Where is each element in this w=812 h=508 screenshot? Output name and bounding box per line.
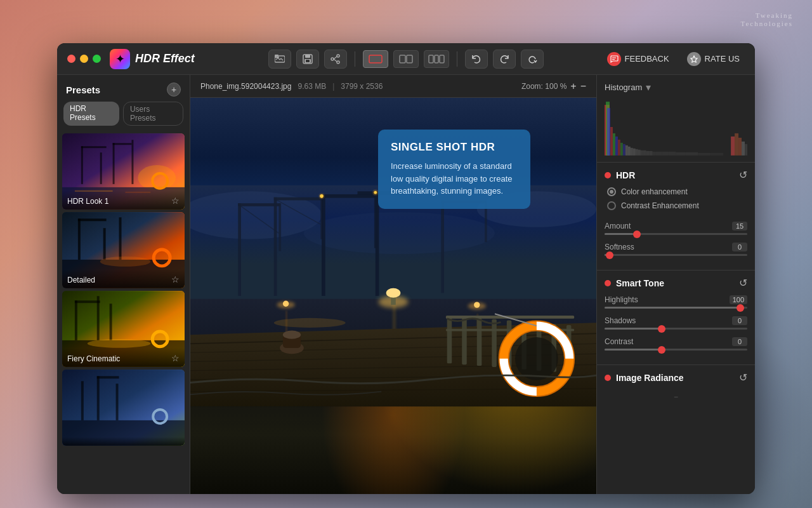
preset-tabs: HDR Presets Users Presets: [57, 102, 190, 131]
svg-rect-52: [97, 376, 119, 378]
svg-rect-26: [113, 143, 132, 145]
list-item[interactable]: [62, 370, 185, 446]
tab-hdr-presets[interactable]: HDR Presets: [63, 102, 119, 126]
shadows-thumb[interactable]: [658, 325, 665, 333]
svg-rect-124: [618, 140, 620, 156]
hdr-color-radio[interactable]: [607, 187, 616, 196]
list-item[interactable]: Detailed ☆: [62, 212, 185, 288]
view-mode-1[interactable]: [363, 50, 388, 68]
svg-rect-129: [631, 148, 633, 156]
svg-point-7: [337, 55, 339, 57]
image-radiance-name: Image Radiance: [616, 373, 734, 383]
svg-rect-12: [369, 55, 382, 63]
close-button[interactable]: [67, 55, 75, 63]
shadows-track[interactable]: [605, 328, 747, 330]
svg-rect-148: [742, 142, 745, 156]
zoom-out-button[interactable]: −: [580, 81, 586, 92]
svg-rect-37: [119, 217, 122, 260]
highlights-thumb[interactable]: [737, 304, 744, 312]
feedback-icon: [607, 52, 621, 66]
svg-rect-144: [710, 153, 723, 156]
view-mode-2[interactable]: [393, 50, 419, 68]
svg-rect-45: [110, 304, 112, 340]
svg-rect-6: [306, 60, 310, 62]
highlights-track[interactable]: [605, 307, 747, 309]
favorite-star-detailed[interactable]: ☆: [171, 274, 180, 284]
view-mode-3[interactable]: [424, 50, 449, 68]
svg-rect-34: [78, 218, 81, 260]
preset-name-hdr1: HDR Look 1: [67, 197, 108, 206]
svg-rect-142: [685, 152, 698, 156]
presets-title: Presets: [66, 84, 100, 95]
highlights-fill: [605, 307, 740, 309]
hdr-softness-slider-row: Softness 0: [605, 243, 747, 256]
svg-rect-128: [628, 147, 631, 156]
tab-user-presets[interactable]: Users Presets: [123, 102, 183, 126]
maximize-button[interactable]: [93, 55, 101, 63]
save-button[interactable]: [296, 50, 319, 69]
histogram-canvas: [605, 98, 747, 156]
preset-label-detailed: Detailed ☆: [62, 269, 185, 288]
svg-rect-53: [116, 384, 119, 420]
smart-tone-reset-button[interactable]: ↺: [739, 277, 747, 289]
preset-thumbnail-last: [62, 370, 185, 446]
svg-rect-149: [745, 144, 747, 156]
favorite-star-hdr1[interactable]: ☆: [171, 196, 180, 206]
histogram-title: Histogram: [605, 83, 642, 92]
favorite-star-fiery[interactable]: ☆: [171, 353, 180, 363]
rotate-button[interactable]: [521, 50, 544, 69]
histogram-svg: [605, 98, 747, 156]
hdr-softness-track[interactable]: [605, 254, 747, 256]
hdr-contrast-label: Contrast Enhancement: [621, 201, 699, 210]
shadows-slider-row: Shadows 0: [605, 316, 747, 330]
preset-label-fiery: Fiery Cinematic ☆: [62, 348, 185, 367]
share-button[interactable]: [324, 50, 347, 69]
feedback-button[interactable]: FEEDBACK: [602, 50, 674, 69]
hdr-amount-label: Amount: [605, 222, 631, 231]
traffic-lights: [67, 55, 101, 63]
redo-button[interactable]: [493, 50, 516, 69]
svg-rect-44: [97, 296, 100, 340]
contrast-thumb[interactable]: [658, 346, 665, 354]
image-radiance-reset-button[interactable]: ↺: [739, 371, 747, 384]
hdr-amount-thumb[interactable]: [633, 231, 641, 238]
smart-tone-header: Smart Tone ↺: [605, 277, 747, 289]
watermark-line1: Tweaking: [741, 11, 794, 20]
hdr-color-label: Color enhancement: [621, 187, 688, 196]
svg-rect-132: [638, 150, 641, 156]
histogram-chevron: ▾: [646, 81, 651, 93]
minimize-button[interactable]: [80, 55, 88, 63]
preset-label-last: [62, 437, 185, 446]
undo-button[interactable]: [465, 50, 488, 69]
canvas-info-bar: Phone_img.592004423.jpg 9.63 MB | 3799 x…: [190, 75, 596, 98]
svg-rect-127: [625, 145, 628, 156]
preset-name-detailed: Detailed: [67, 276, 95, 284]
list-item[interactable]: HDR Look 1 ☆: [62, 133, 185, 210]
svg-rect-15: [429, 55, 433, 63]
hdr-option-contrast: Contrast Enhancement: [605, 201, 747, 210]
rateus-icon: [687, 52, 701, 66]
histogram-dropdown[interactable]: Histogram ▾: [605, 81, 651, 93]
hdr-contrast-radio[interactable]: [607, 201, 616, 210]
filename: Phone_img.592004423.jpg: [200, 82, 291, 91]
watermark: Tweaking Technologies: [741, 11, 794, 28]
svg-point-9: [331, 58, 334, 60]
open-file-button[interactable]: [268, 50, 291, 69]
shadows-value: 0: [732, 316, 747, 325]
svg-rect-13: [400, 55, 405, 63]
svg-rect-23: [81, 146, 107, 148]
svg-rect-43: [75, 300, 100, 303]
svg-rect-51: [97, 376, 100, 420]
app-logo: ✦: [110, 49, 130, 69]
hdr-reset-button[interactable]: ↺: [739, 169, 747, 181]
list-item[interactable]: Fiery Cinematic ☆: [62, 291, 185, 367]
zoom-in-button[interactable]: +: [570, 81, 576, 92]
preset-name-fiery: Fiery Cinematic: [67, 354, 120, 363]
add-preset-button[interactable]: +: [167, 83, 181, 97]
svg-line-11: [334, 59, 337, 62]
hdr-softness-thumb[interactable]: [606, 251, 613, 259]
contrast-track[interactable]: [605, 349, 747, 351]
rateus-button[interactable]: RATE US: [682, 50, 745, 69]
hdr-amount-track[interactable]: [605, 233, 747, 235]
app-window: ✦ HDR Effect: [57, 43, 755, 494]
